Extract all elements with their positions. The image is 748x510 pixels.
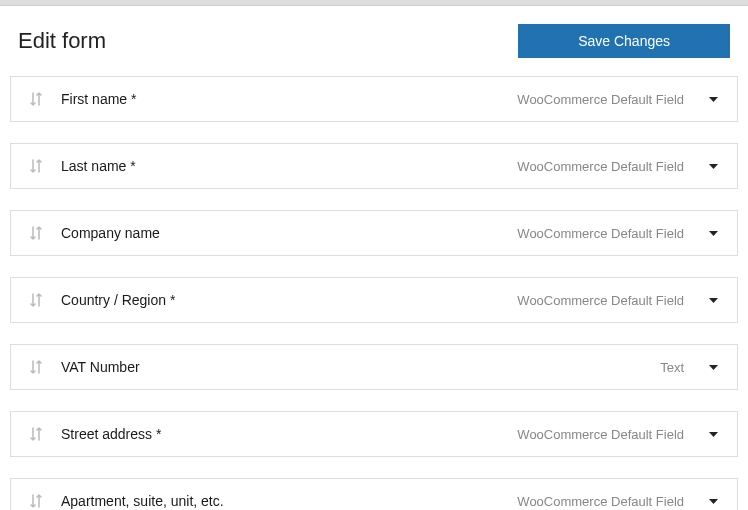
field-label: VAT Number: [61, 359, 660, 375]
field-row[interactable]: VAT Number Text: [10, 344, 738, 390]
field-type: WooCommerce Default Field: [517, 226, 684, 241]
drag-handle-icon[interactable]: [29, 293, 43, 307]
field-type: WooCommerce Default Field: [517, 427, 684, 442]
header: Edit form Save Changes: [10, 24, 738, 76]
field-row[interactable]: Country / Region * WooCommerce Default F…: [10, 277, 738, 323]
field-type: Text: [660, 360, 684, 375]
field-type: WooCommerce Default Field: [517, 159, 684, 174]
field-label: Street address *: [61, 426, 517, 442]
field-label: Company name: [61, 225, 517, 241]
field-row[interactable]: First name * WooCommerce Default Field: [10, 76, 738, 122]
chevron-down-icon[interactable]: [708, 431, 719, 438]
drag-handle-icon[interactable]: [29, 427, 43, 441]
field-label: Last name *: [61, 158, 517, 174]
chevron-down-icon[interactable]: [708, 163, 719, 170]
field-row[interactable]: Apartment, suite, unit, etc. WooCommerce…: [10, 478, 738, 510]
field-label: First name *: [61, 91, 517, 107]
chevron-down-icon[interactable]: [708, 498, 719, 505]
main-container: Edit form Save Changes First name * WooC…: [0, 6, 748, 510]
field-label: Country / Region *: [61, 292, 517, 308]
field-row[interactable]: Street address * WooCommerce Default Fie…: [10, 411, 738, 457]
drag-handle-icon[interactable]: [29, 92, 43, 106]
field-row[interactable]: Company name WooCommerce Default Field: [10, 210, 738, 256]
drag-handle-icon[interactable]: [29, 494, 43, 508]
drag-handle-icon[interactable]: [29, 226, 43, 240]
chevron-down-icon[interactable]: [708, 364, 719, 371]
chevron-down-icon[interactable]: [708, 230, 719, 237]
save-changes-button[interactable]: Save Changes: [518, 24, 730, 58]
field-type: WooCommerce Default Field: [517, 293, 684, 308]
chevron-down-icon[interactable]: [708, 96, 719, 103]
field-type: WooCommerce Default Field: [517, 494, 684, 509]
field-row[interactable]: Last name * WooCommerce Default Field: [10, 143, 738, 189]
field-type: WooCommerce Default Field: [517, 92, 684, 107]
chevron-down-icon[interactable]: [708, 297, 719, 304]
drag-handle-icon[interactable]: [29, 159, 43, 173]
field-label: Apartment, suite, unit, etc.: [61, 493, 517, 509]
drag-handle-icon[interactable]: [29, 360, 43, 374]
fields-list: First name * WooCommerce Default Field L…: [10, 76, 738, 510]
page-title: Edit form: [18, 28, 106, 54]
